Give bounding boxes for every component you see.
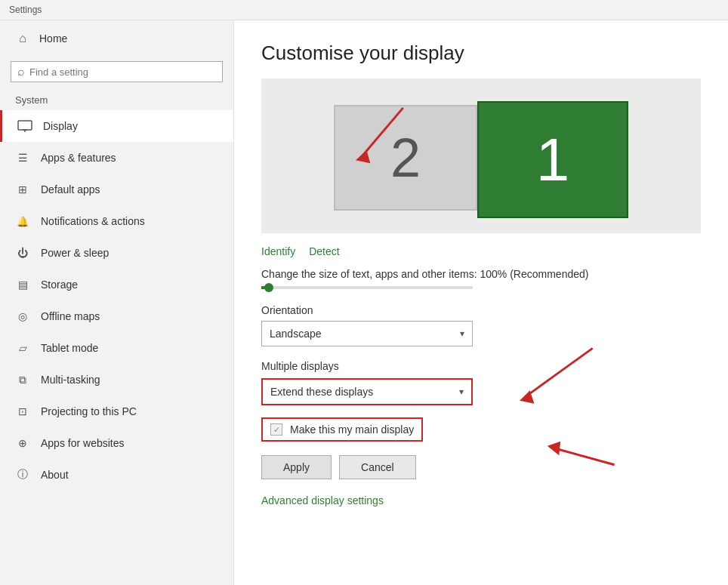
- main-display-label: Make this my main display: [290, 423, 414, 436]
- title-label: Settings: [9, 5, 42, 15]
- offline-icon: [15, 309, 30, 324]
- advanced-display-link[interactable]: Advanced display settings: [261, 494, 384, 506]
- sidebar-item-default-apps-label: Default apps: [41, 183, 100, 196]
- apps-icon: [15, 150, 30, 165]
- sidebar-item-power-sleep[interactable]: Power & sleep: [0, 237, 233, 269]
- sidebar-item-display[interactable]: Display: [0, 110, 233, 142]
- sidebar-item-projecting-label: Projecting to this PC: [41, 405, 137, 417]
- title-bar: Settings: [0, 0, 728, 20]
- orientation-dropdown-arrow: ▾: [460, 328, 464, 339]
- sidebar-item-storage[interactable]: Storage: [0, 269, 233, 300]
- sidebar-item-default-apps[interactable]: Default apps: [0, 174, 233, 205]
- search-input[interactable]: [29, 66, 216, 78]
- monitor-2-label: 2: [390, 127, 421, 189]
- sidebar-item-apps-websites[interactable]: Apps for websites: [0, 427, 233, 459]
- search-icon: [17, 65, 25, 79]
- sidebar-item-projecting[interactable]: Projecting to this PC: [0, 396, 233, 427]
- sidebar-item-apps-features-label: Apps & features: [41, 152, 116, 164]
- sidebar-item-about-label: About: [41, 469, 69, 481]
- default-icon: [15, 182, 30, 197]
- notif-icon: [15, 214, 30, 229]
- detect-link[interactable]: Detect: [309, 245, 339, 257]
- multiple-displays-value: Extend these displays: [270, 386, 373, 398]
- display-icon: [17, 119, 32, 134]
- sidebar-item-power-sleep-label: Power & sleep: [41, 247, 109, 259]
- orientation-value: Landscape: [270, 328, 322, 340]
- scaling-label: Change the size of text, apps and other …: [261, 268, 701, 280]
- display-preview: 2 1: [261, 79, 701, 233]
- sidebar-item-offline-maps[interactable]: Offline maps: [0, 300, 233, 332]
- power-icon: [15, 245, 30, 260]
- sidebar-item-offline-maps-label: Offline maps: [41, 310, 100, 322]
- tablet-icon: [15, 340, 30, 356]
- orientation-dropdown[interactable]: Landscape ▾: [261, 321, 473, 346]
- content-area: Customise your display 2 1 Identify Dete…: [234, 20, 728, 585]
- orientation-label: Orientation: [261, 304, 701, 316]
- sidebar-item-apps-websites-label: Apps for websites: [41, 437, 125, 449]
- page-title: Customise your display: [261, 42, 701, 65]
- main-display-checkbox[interactable]: ✓: [270, 423, 282, 436]
- display-actions: Identify Detect: [261, 245, 701, 257]
- appsweb-icon: [15, 436, 30, 451]
- slider-track[interactable]: [261, 286, 473, 289]
- home-label: Home: [39, 32, 67, 45]
- checkbox-check: ✓: [273, 425, 280, 435]
- slider-thumb[interactable]: [264, 283, 273, 292]
- multiple-displays-arrow: ▾: [459, 386, 464, 397]
- buttons-row: Apply Cancel: [261, 455, 701, 479]
- monitor-2[interactable]: 2: [334, 105, 477, 211]
- sidebar-item-multi-tasking-label: Multi-tasking: [41, 374, 100, 386]
- sidebar-item-apps-features[interactable]: Apps & features: [0, 142, 233, 174]
- home-icon: [15, 31, 30, 46]
- monitor-1[interactable]: 1: [477, 101, 628, 218]
- sidebar-item-display-label: Display: [43, 120, 78, 132]
- main-display-row: ✓ Make this my main display: [261, 417, 423, 442]
- storage-icon: [15, 277, 30, 292]
- multiple-displays-label: Multiple displays: [261, 360, 701, 372]
- search-box[interactable]: [11, 61, 223, 82]
- sidebar: Home System Display Apps & features De: [0, 20, 234, 585]
- system-label: System: [0, 90, 233, 110]
- slider-container: [261, 286, 701, 289]
- svg-rect-0: [18, 121, 32, 130]
- multiple-displays-dropdown[interactable]: Extend these displays ▾: [261, 378, 473, 405]
- sidebar-item-about[interactable]: About: [0, 459, 233, 491]
- cancel-button[interactable]: Cancel: [339, 455, 416, 479]
- project-icon: [15, 404, 30, 419]
- sidebar-item-storage-label: Storage: [41, 279, 78, 291]
- monitor-1-label: 1: [536, 125, 570, 195]
- sidebar-item-tablet-mode-label: Tablet mode: [41, 342, 98, 354]
- apply-button[interactable]: Apply: [261, 455, 332, 479]
- about-icon: [15, 467, 30, 482]
- home-item[interactable]: Home: [0, 20, 233, 57]
- identify-link[interactable]: Identify: [261, 245, 295, 257]
- sidebar-item-notifications[interactable]: Notifications & actions: [0, 205, 233, 237]
- sidebar-item-multi-tasking[interactable]: Multi-tasking: [0, 364, 233, 396]
- multi-icon: [15, 372, 30, 387]
- sidebar-item-tablet-mode[interactable]: Tablet mode: [0, 332, 233, 364]
- sidebar-item-notifications-label: Notifications & actions: [41, 215, 145, 227]
